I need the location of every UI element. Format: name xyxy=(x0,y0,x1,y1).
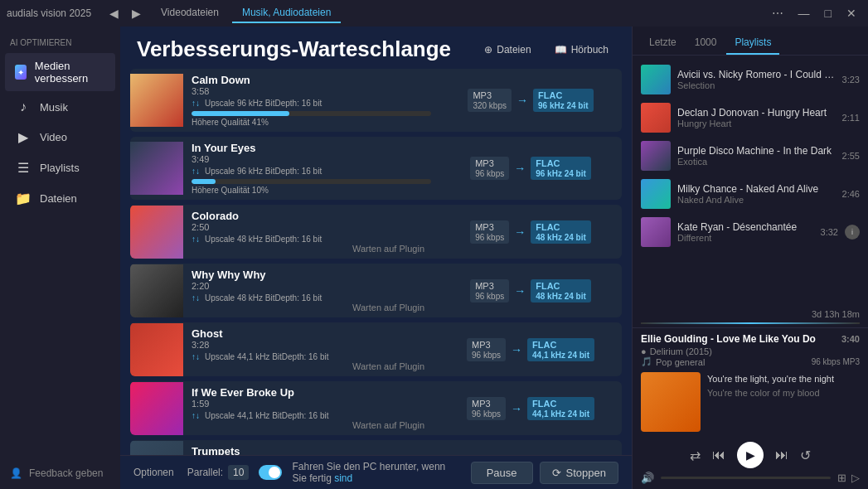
playlist-item[interactable]: Kate Ryan - Désenchantée Different 3:32 … xyxy=(636,213,865,251)
page-title: Verbesserungs-Warteschlange xyxy=(137,36,451,62)
app-title: audials vision 2025 xyxy=(7,7,91,19)
repeat-button[interactable]: ↺ xyxy=(800,448,811,463)
sidebar-ai-action-label: Medien verbessern xyxy=(35,60,105,85)
queue-item-info: Ghost 3:28 ↑↓ Upscale 44,1 kHz BitDepth:… xyxy=(183,322,439,376)
queue-item-status: MP396 kbps → FLAC44,1 kHz 24 bit xyxy=(439,392,622,425)
queue-item: Colorado 2:50 ↑↓ Upscale 48 kHz BitDepth… xyxy=(130,205,622,259)
audiobook-label: Hörbuch xyxy=(571,44,609,56)
format-arrow: → xyxy=(511,343,522,356)
queue-item-status: MP396 kbps → FLAC44,1 kHz 24 bit xyxy=(439,333,622,366)
playlist-item[interactable]: Purple Disco Machine - In the Dark Exoti… xyxy=(636,137,865,175)
genre-text: Pop general xyxy=(656,357,705,367)
sidebar-item-playlists[interactable]: ☰ Playlists xyxy=(5,153,115,182)
stop-button[interactable]: ⟳ Stoppen xyxy=(540,462,618,484)
add-files-button[interactable]: ⊕ Dateien xyxy=(478,41,537,59)
feedback-button[interactable]: 👤 Feedback geben xyxy=(10,467,110,479)
video-icon: ▶ xyxy=(15,129,32,145)
now-playing-title: Ellie Goulding - Love Me Like You Do 3:4… xyxy=(641,333,860,345)
sidebar-ai-action[interactable]: ✦ Medien verbessern xyxy=(5,53,115,91)
queue-item-info: Colorado 2:50 ↑↓ Upscale 48 kHz BitDepth… xyxy=(183,205,439,259)
playlist-item-duration: 3:23 xyxy=(842,75,860,85)
queue-item-title: Trumpets xyxy=(192,445,431,455)
play-pause-button[interactable]: ▶ xyxy=(737,442,764,468)
format-arrow: → xyxy=(514,225,526,239)
playlist-item[interactable]: Milky Chance - Naked And Alive Naked And… xyxy=(636,175,865,213)
upscale-icon: ↑↓ xyxy=(192,235,200,244)
close-icon[interactable]: ✕ xyxy=(841,5,861,22)
nav-forward[interactable]: ▶ xyxy=(129,7,144,20)
header-actions: ⊕ Dateien 📖 Hörbuch xyxy=(478,41,615,59)
queue-item-thumb xyxy=(130,441,183,456)
playlist-item-info: Kate Ryan - Désenchantée Different xyxy=(677,221,814,243)
sidebar-item-dateien[interactable]: 📁 Dateien xyxy=(5,184,115,213)
next-button[interactable]: ⏭ xyxy=(775,448,788,462)
stop-label: Stoppen xyxy=(566,467,606,479)
format-row: MP396 kbps → FLAC96 kHz 24 bit xyxy=(470,157,591,180)
queue-item-meta: ↑↓ Upscale 96 kHz BitDepth: 16 bit xyxy=(192,99,431,108)
sidebar-item-playlists-label: Playlists xyxy=(40,162,80,174)
tab-videodateien[interactable]: Videodateien xyxy=(151,3,229,23)
upscale-text: Upscale 44,1 kHz BitDepth: 16 bit xyxy=(205,411,329,420)
nav-back[interactable]: ◀ xyxy=(106,7,122,20)
queue-item: Ghost 3:28 ↑↓ Upscale 44,1 kHz BitDepth:… xyxy=(130,322,622,376)
queue-item-info: In Your Eyes 3:49 ↑↓ Upscale 96 kHz BitD… xyxy=(183,137,439,200)
pause-button[interactable]: Pause xyxy=(471,462,533,484)
queue-item: In Your Eyes 3:49 ↑↓ Upscale 96 kHz BitD… xyxy=(130,137,622,200)
progress-bar-fill xyxy=(192,179,216,184)
playlist-item[interactable]: Avicii vs. Nicky Romero - I Could Be the… xyxy=(636,61,865,99)
playlist-item-duration: 2:11 xyxy=(842,113,860,123)
main-layout: AI OPTIMIEREN ✦ Medien verbessern ♪ Musi… xyxy=(0,27,868,489)
volume-bar[interactable] xyxy=(661,477,831,479)
cast-button[interactable]: ▷ xyxy=(851,472,860,484)
format-to: FLAC44,1 kHz 24 bit xyxy=(527,397,594,420)
add-audiobook-button[interactable]: 📖 Hörbuch xyxy=(548,41,615,59)
queue-item-thumb xyxy=(130,74,183,127)
title-bar: audials vision 2025 ◀ ▶ Videodateien Mus… xyxy=(0,0,868,27)
add-files-label: Dateien xyxy=(497,44,531,56)
sidebar-item-musik[interactable]: ♪ Musik xyxy=(5,93,115,121)
prev-button[interactable]: ⏮ xyxy=(712,448,725,462)
upscale-text: Upscale 96 kHz BitDepth: 16 bit xyxy=(205,99,322,108)
maximize-icon[interactable]: □ xyxy=(820,5,836,22)
parallel-section: Parallel: 10 xyxy=(187,465,250,480)
tab-musik-audiodateien[interactable]: Musik, Audiodateien xyxy=(232,3,341,23)
progress-label: Höhere Qualität 10% xyxy=(192,186,431,195)
shutdown-toggle[interactable] xyxy=(259,465,282,480)
now-playing-album: ● Delirium (2015) xyxy=(641,346,860,356)
fullscreen-button[interactable]: ⊞ xyxy=(837,472,846,484)
shuffle-button[interactable]: ⇄ xyxy=(690,448,701,463)
playlist-item-info: Declan J Donovan - Hungry Heart Hungry H… xyxy=(677,107,836,128)
playlist-thumb xyxy=(641,103,671,133)
minimize-icon[interactable]: — xyxy=(793,5,815,22)
queue-item-meta: ↑↓ Upscale 44,1 kHz BitDepth: 16 bit xyxy=(192,352,431,361)
volume-row: 🔊 ⊞ ▷ xyxy=(641,472,860,484)
sidebar-bottom: 👤 Feedback geben xyxy=(0,461,120,489)
right-tab-1000[interactable]: 1000 xyxy=(686,33,725,55)
dateien-icon: 📁 xyxy=(15,191,32,206)
ai-icon: ✦ xyxy=(15,65,27,80)
feedback-icon: 👤 xyxy=(10,467,22,479)
right-tab-letzte[interactable]: Letzte xyxy=(641,33,685,55)
playlist-item-duration: 2:55 xyxy=(842,151,860,161)
format-arrow: → xyxy=(516,94,528,107)
playlist-item-sub: Naked And Alive xyxy=(677,195,836,205)
sidebar-item-video[interactable]: ▶ Video xyxy=(5,123,115,152)
panel-divider xyxy=(641,322,860,324)
playlist-item-sub: Selection xyxy=(677,80,836,90)
format-to: FLAC44,1 kHz 24 bit xyxy=(527,338,594,361)
format-to: FLAC96 kHz 24 bit xyxy=(533,89,594,112)
more-icon[interactable]: ⋯ xyxy=(767,5,788,22)
queue-item-thumb xyxy=(130,264,183,317)
waiting-label: Warten auf Plugin xyxy=(192,420,431,430)
upscale-icon: ↑↓ xyxy=(192,352,200,361)
parallel-value: 10 xyxy=(228,465,249,480)
playlist-thumb xyxy=(641,65,671,94)
queue-item-status: MP396 kbps → FLAC48 kHz 24 bit xyxy=(439,215,622,249)
feedback-label: Feedback geben xyxy=(29,467,103,479)
format-from: MP3320 kbps xyxy=(468,89,512,112)
right-tab-playlists[interactable]: Playlists xyxy=(726,33,779,55)
playlist-item[interactable]: Declan J Donovan - Hungry Heart Hungry H… xyxy=(636,99,865,137)
queue-item: Why Why Why 2:20 ↑↓ Upscale 48 kHz BitDe… xyxy=(130,264,622,317)
now-playing-body: You're the light, you're the night You'r… xyxy=(641,372,860,432)
volume-icon[interactable]: 🔊 xyxy=(641,472,654,484)
